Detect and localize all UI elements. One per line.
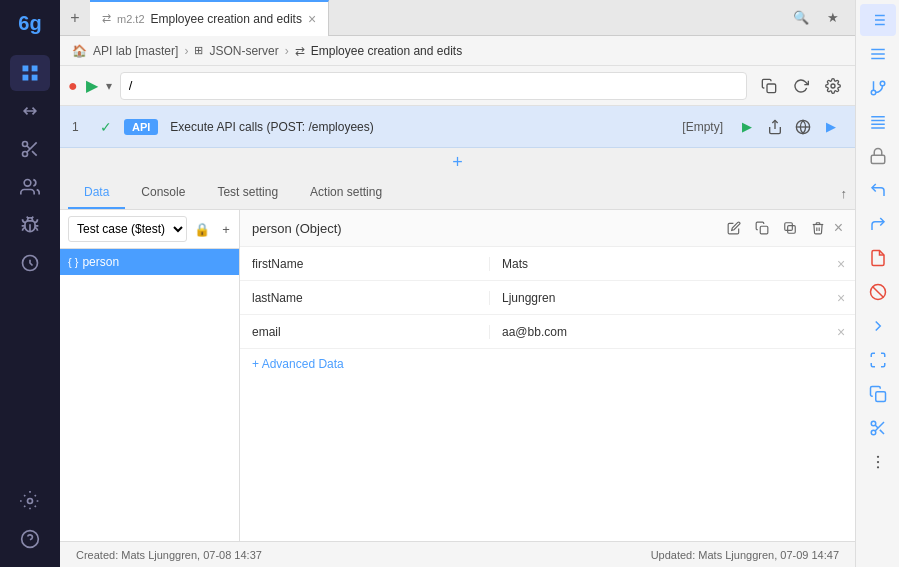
tree-item-icon: { } <box>68 256 78 268</box>
duplicate-object-button[interactable] <box>778 216 802 240</box>
split-sidebar-button[interactable] <box>860 344 896 376</box>
table-row: email aa@bb.com × <box>240 315 855 349</box>
field-key-firstname: firstName <box>240 257 490 271</box>
svg-point-5 <box>23 152 28 157</box>
block-sidebar-button[interactable] <box>860 276 896 308</box>
delete-object-button[interactable] <box>806 216 830 240</box>
more-sidebar-button[interactable] <box>860 446 896 478</box>
copy-sidebar-button[interactable] <box>860 378 896 410</box>
sidebar-icon-help[interactable] <box>10 521 50 557</box>
tab-action-setting[interactable]: Action setting <box>294 177 398 209</box>
lock-case-button[interactable]: 🔒 <box>191 218 213 240</box>
svg-line-46 <box>875 425 878 428</box>
svg-rect-21 <box>787 226 795 234</box>
svg-rect-41 <box>875 392 885 402</box>
tab-prefix: m2.t2 <box>117 13 145 25</box>
breadcrumb-json-icon: ⊞ <box>194 44 203 57</box>
table-row: firstName Mats × <box>240 247 855 281</box>
branch-sidebar-button[interactable] <box>860 72 896 104</box>
sidebar-icon-scissors[interactable] <box>10 131 50 167</box>
tab-bar: + ⇄ m2.t2 Employee creation and edits × … <box>60 0 855 36</box>
svg-rect-0 <box>23 66 29 72</box>
arrow-row-button[interactable]: ▶ <box>819 115 843 139</box>
breadcrumb-item-jsonserver[interactable]: JSON-server <box>209 44 278 58</box>
object-title: person (Object) <box>252 221 722 236</box>
table-row: lastName Ljunggren × <box>240 281 855 315</box>
refresh-button[interactable] <box>787 72 815 100</box>
svg-point-15 <box>831 84 835 88</box>
add-case-button[interactable]: + <box>215 218 237 240</box>
settings-url-button[interactable] <box>819 72 847 100</box>
list-sidebar-button[interactable] <box>860 4 896 36</box>
svg-point-9 <box>24 180 31 187</box>
tab-data[interactable]: Data <box>68 177 125 209</box>
play-row-button[interactable]: ▶ <box>735 115 759 139</box>
redo-sidebar-button[interactable] <box>860 208 896 240</box>
sidebar-icon-users[interactable] <box>10 169 50 205</box>
test-case-dropdown[interactable]: Test case ($test) <box>68 216 187 242</box>
advanced-data-button[interactable]: + Advanced Data <box>240 349 855 379</box>
status-updated: Updated: Mats Ljunggren, 07-09 14:47 <box>651 549 839 561</box>
svg-point-32 <box>880 81 885 86</box>
sidebar-icon-bug[interactable] <box>10 207 50 243</box>
sidebar-icon-circle[interactable] <box>10 245 50 281</box>
main-area: + ⇄ m2.t2 Employee creation and edits × … <box>60 0 855 567</box>
copy-url-button[interactable] <box>755 72 783 100</box>
tree-item-label: person <box>82 255 119 269</box>
arrow-sidebar-button[interactable] <box>860 310 896 342</box>
breadcrumb-item-apilab[interactable]: API lab [master] <box>93 44 178 58</box>
content-tabs: Data Console Test setting Action setting… <box>60 177 855 210</box>
chevron-button[interactable]: ▾ <box>106 79 112 93</box>
add-request-button[interactable]: + <box>60 148 855 177</box>
edit-object-button[interactable] <box>722 216 746 240</box>
right-sidebar <box>855 0 899 567</box>
test-case-selector: Test case ($test) 🔒 + <box>60 210 239 249</box>
svg-point-48 <box>876 461 878 463</box>
stop-button[interactable]: ● <box>68 77 78 95</box>
file-red-sidebar-button[interactable] <box>860 242 896 274</box>
left-panel: Test case ($test) 🔒 + { } person <box>60 210 240 541</box>
tab-close-button[interactable]: × <box>308 11 316 27</box>
sidebar-icon-settings[interactable] <box>10 483 50 519</box>
tree-item-person[interactable]: { } person <box>60 249 239 275</box>
tab-test-setting[interactable]: Test setting <box>201 177 294 209</box>
tab-up-button[interactable]: ↑ <box>833 182 856 205</box>
tab-add-button[interactable]: + <box>60 0 90 36</box>
play-button[interactable]: ▶ <box>86 76 98 95</box>
field-key-lastname: lastName <box>240 291 490 305</box>
remove-email-button[interactable]: × <box>827 324 855 340</box>
url-input[interactable] <box>120 72 747 100</box>
svg-line-8 <box>27 146 30 149</box>
lock-sidebar-button[interactable] <box>860 140 896 172</box>
main-tab[interactable]: ⇄ m2.t2 Employee creation and edits × <box>90 0 329 36</box>
object-close-button[interactable]: × <box>834 219 843 237</box>
sidebar-icon-grid[interactable] <box>10 55 50 91</box>
row-actions: ▶ ▶ <box>735 115 843 139</box>
right-panel: person (Object) <box>240 210 855 541</box>
share-row-button[interactable] <box>763 115 787 139</box>
sidebar-bottom <box>10 483 50 567</box>
svg-point-47 <box>876 456 878 458</box>
row-number: 1 <box>72 120 88 134</box>
breadcrumb: 🏠 API lab [master] › ⊞ JSON-server › ⇄ E… <box>60 36 855 66</box>
list2-sidebar-button[interactable] <box>860 38 896 70</box>
globe-row-button[interactable] <box>791 115 815 139</box>
remove-firstname-button[interactable]: × <box>827 256 855 272</box>
tab-console[interactable]: Console <box>125 177 201 209</box>
remove-lastname-button[interactable]: × <box>827 290 855 306</box>
sidebar-icon-arrows[interactable] <box>10 93 50 129</box>
scissors-sidebar-button[interactable] <box>860 412 896 444</box>
svg-point-33 <box>871 90 876 95</box>
svg-rect-1 <box>32 66 38 72</box>
svg-rect-14 <box>767 84 776 93</box>
svg-point-49 <box>876 466 878 468</box>
search-tab-button[interactable]: 🔍 <box>787 4 815 32</box>
breadcrumb-item-employee[interactable]: Employee creation and edits <box>311 44 462 58</box>
svg-rect-2 <box>23 75 29 81</box>
copy-object-button[interactable] <box>750 216 774 240</box>
svg-line-7 <box>32 151 37 156</box>
lines-sidebar-button[interactable] <box>860 106 896 138</box>
undo-sidebar-button[interactable] <box>860 174 896 206</box>
star-tab-button[interactable]: ★ <box>819 4 847 32</box>
svg-rect-20 <box>784 223 792 231</box>
